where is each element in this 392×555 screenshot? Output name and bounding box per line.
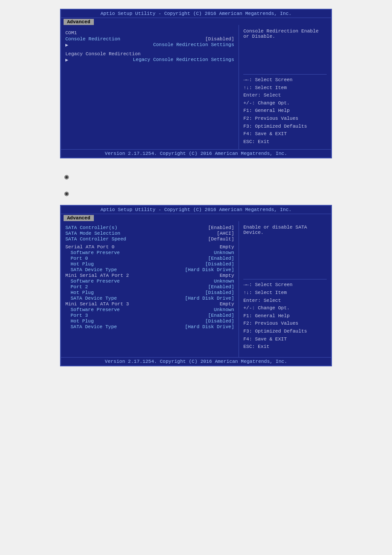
key-help-line-7: F3: Optimized Defaults xyxy=(243,123,327,131)
key2-help-line-9: ESC: Exit xyxy=(243,343,327,351)
bios-right-panel-1: Console Redirection Enable or Disable. →… xyxy=(239,25,331,149)
mini-serial-ata-port2: Mini Serial ATA Port 2 Empty xyxy=(65,273,234,278)
sata-device-type3-item[interactable]: SATA Device Type [Hard Disk Drive] xyxy=(65,324,234,329)
sw-preserve-3: Software Preserve Unknown xyxy=(65,307,234,312)
bios-header-2: Aptio Setup Utility - Copyright (C) 2016… xyxy=(61,206,331,214)
key-help-line-6: F2: Previous Values xyxy=(243,115,327,123)
bios-body-2: SATA Controller(s) [Enabled] SATA Mode S… xyxy=(61,221,331,357)
port3-item[interactable]: Port 3 [Enabled] xyxy=(65,313,234,318)
port0-item[interactable]: Port 0 [Enabled] xyxy=(65,256,234,261)
key2-help-line-4: +/-: Change Opt. xyxy=(243,304,327,312)
bios-tab-bar-2: Advanced xyxy=(61,214,331,221)
sata-controllers-value: [Enabled] xyxy=(208,225,234,230)
sata-controllers-label: SATA Controller(s) xyxy=(65,225,118,230)
bios-right-panel-2: Enable or disable SATA Device. →←: Selec… xyxy=(239,221,331,357)
key2-help-line-7: F3: Optimized Defaults xyxy=(243,328,327,336)
bullet-icon-1: ◉ xyxy=(64,172,69,181)
key-help-1: →←: Select Screen ↑↓: Select Item Enter:… xyxy=(243,76,327,146)
legacy-console-settings-item[interactable]: Legacy Console Redirection Settings xyxy=(65,57,234,63)
sata-ports-section: Serial ATA Port 0 Empty Software Preserv… xyxy=(65,244,234,329)
hotplug0-item[interactable]: Hot Plug [Disabled] xyxy=(65,261,234,267)
hotplug2-item[interactable]: Hot Plug [Disabled] xyxy=(65,290,234,295)
sata-controllers-item[interactable]: SATA Controller(s) [Enabled] xyxy=(65,225,234,230)
serial-ata-port0: Serial ATA Port 0 Empty xyxy=(65,244,234,250)
legacy-console-label: Legacy Console Redirection xyxy=(65,51,234,57)
bios-body-1: COM1 Console Redirection [Disabled] Cons… xyxy=(61,25,331,149)
sw-preserve-0: Software Preserve Unknown xyxy=(65,250,234,255)
legacy-console-settings-label: Legacy Console Redirection Settings xyxy=(133,57,234,63)
key2-help-line-5: F1: General Help xyxy=(243,312,327,320)
key2-help-line-8: F4: Save & EXIT xyxy=(243,336,327,344)
sata-speed-value: [Default] xyxy=(208,236,234,242)
com1-title: COM1 xyxy=(65,30,234,36)
bios-footer-2: Version 2.17.1254. Copyright (C) 2016 Am… xyxy=(61,357,331,365)
key-help-line-5: F1: General Help xyxy=(243,107,327,115)
bullet-section: ◉ ◉ xyxy=(60,172,332,198)
key-help-line-9: ESC: Exit xyxy=(243,138,327,146)
key-help-2: →←: Select Screen ↑↓: Select Item Enter:… xyxy=(243,281,327,351)
bios-header-1: Aptio Setup Utility - Copyright (C) 2016… xyxy=(61,10,331,18)
help-text-1: Console Redirection Enable or Disable. xyxy=(243,29,327,39)
key2-help-line-2: ↑↓: Select Item xyxy=(243,289,327,297)
console-redirection-label: Console Redirection xyxy=(65,36,120,42)
bullet-icon-2: ◉ xyxy=(64,189,69,198)
divider-2 xyxy=(243,279,327,279)
legacy-section: Legacy Console Redirection Legacy Consol… xyxy=(65,51,234,63)
key-help-section-2: →←: Select Screen ↑↓: Select Item Enter:… xyxy=(243,279,327,351)
sata-mode-item[interactable]: SATA Mode Selection [AHCI] xyxy=(65,231,234,236)
bios-left-panel-1: COM1 Console Redirection [Disabled] Cons… xyxy=(61,25,239,149)
mini-serial-ata-port3: Mini Serial ATA Port 3 Empty xyxy=(65,301,234,307)
bullet-item-2: ◉ xyxy=(64,188,328,198)
key2-help-line-6: F2: Previous Values xyxy=(243,320,327,328)
bullet-item-1: ◉ xyxy=(64,172,328,181)
sata-mode-label: SATA Mode Selection xyxy=(65,231,120,236)
key-help-line-4: +/-: Change Opt. xyxy=(243,100,327,107)
key-help-line-3: Enter: Select xyxy=(243,92,327,100)
port2-item[interactable]: Port 2 [Enabled] xyxy=(65,284,234,290)
console-redirection-settings-label: Console Redirection Settings xyxy=(153,42,234,48)
bios-left-panel-2: SATA Controller(s) [Enabled] SATA Mode S… xyxy=(61,221,239,357)
key-help-line-1: →←: Select Screen xyxy=(243,76,327,84)
console-redirection-item[interactable]: Console Redirection [Disabled] xyxy=(65,36,234,42)
key-help-line-8: F4: Save & EXIT xyxy=(243,130,327,138)
hotplug3-item[interactable]: Hot Plug [Disabled] xyxy=(65,319,234,324)
key2-help-line-1: →←: Select Screen xyxy=(243,281,327,289)
key2-help-line-3: Enter: Select xyxy=(243,297,327,305)
help-text-2: Enable or disable SATA Device. xyxy=(243,225,327,235)
bios-screen-2: Aptio Setup Utility - Copyright (C) 2016… xyxy=(60,205,332,366)
sw-preserve-2: Software Preserve Unknown xyxy=(65,279,234,284)
sata-speed-label: SATA Controller Speed xyxy=(65,236,126,242)
sata-device-type2-item[interactable]: SATA Device Type [Hard Disk Drive] xyxy=(65,296,234,301)
console-redirection-value: [Disabled] xyxy=(205,36,234,42)
sata-speed-item[interactable]: SATA Controller Speed [Default] xyxy=(65,236,234,242)
sata-mode-value: [AHCI] xyxy=(217,231,234,236)
bios-tab-bar-1: Advanced xyxy=(61,18,331,25)
key-help-section-1: →←: Select Screen ↑↓: Select Item Enter:… xyxy=(243,74,327,146)
sata-device-type0-item[interactable]: SATA Device Type [Hard Disk Drive] xyxy=(65,267,234,272)
bios-footer-1: Version 2.17.1254. Copyright (C) 2016 Am… xyxy=(61,149,331,158)
console-redirection-settings-item[interactable]: Console Redirection Settings xyxy=(65,42,234,48)
divider-1 xyxy=(243,74,327,75)
key-help-line-2: ↑↓: Select Item xyxy=(243,84,327,92)
bios-screen-1: Aptio Setup Utility - Copyright (C) 2016… xyxy=(60,9,332,158)
advanced-tab-1[interactable]: Advanced xyxy=(64,19,94,25)
advanced-tab-2[interactable]: Advanced xyxy=(64,215,94,221)
